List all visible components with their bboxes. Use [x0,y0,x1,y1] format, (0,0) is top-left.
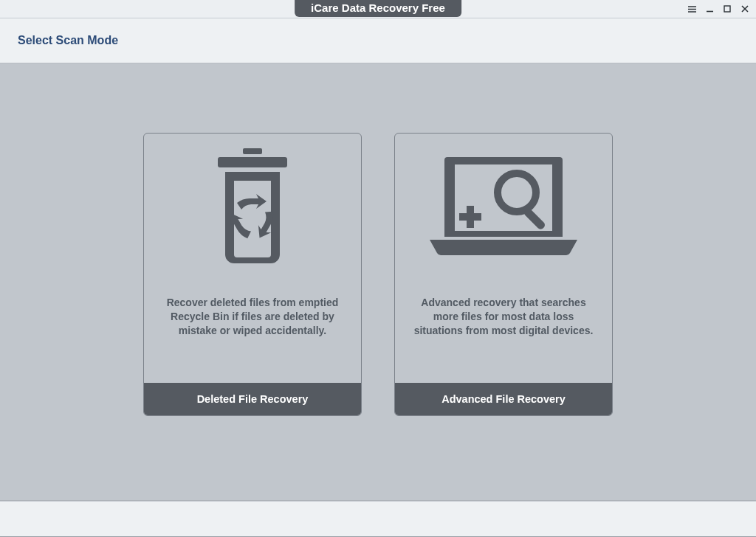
minimize-button[interactable] [704,4,715,14]
menu-icon[interactable] [687,4,697,14]
button-label: Advanced File Recovery [441,393,566,405]
card-description-text: Recover deleted files from emptied Recyc… [160,296,345,338]
svg-rect-4 [459,213,481,221]
card-description: Recover deleted files from emptied Recyc… [144,281,361,383]
svg-point-5 [498,173,536,212]
page-header: Select Scan Mode [0,18,756,63]
deleted-file-recovery-button[interactable]: Deleted File Recovery [144,383,361,415]
svg-rect-2 [218,157,287,167]
app-window: iCare Data Recovery Free Select Scan Mod… [0,0,756,537]
advanced-file-recovery-button[interactable]: Advanced File Recovery [395,383,612,415]
svg-rect-1 [243,148,262,154]
app-title: iCare Data Recovery Free [295,0,461,17]
trash-recycle-icon [144,134,361,281]
page-title: Select Scan Mode [18,34,118,47]
card-description: Advanced recovery that searches more fil… [395,281,612,383]
close-button[interactable] [740,4,750,14]
card-description-text: Advanced recovery that searches more fil… [411,296,596,338]
button-label: Deleted File Recovery [197,393,309,405]
footer-bar [0,501,756,536]
card-deleted-file-recovery[interactable]: Recover deleted files from emptied Recyc… [143,133,362,416]
maximize-button[interactable] [722,4,732,14]
svg-rect-6 [523,207,546,231]
laptop-search-icon [395,134,612,281]
card-advanced-file-recovery[interactable]: Advanced recovery that searches more fil… [394,133,613,416]
svg-rect-0 [724,6,730,12]
titlebar: iCare Data Recovery Free [0,0,756,18]
scan-mode-area: Recover deleted files from emptied Recyc… [0,63,756,501]
window-controls [687,0,750,18]
